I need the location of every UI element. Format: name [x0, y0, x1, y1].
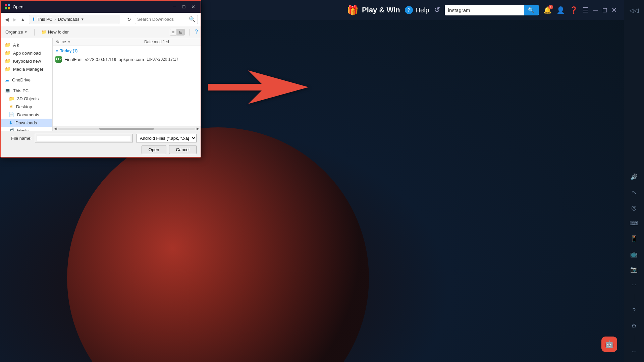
dialog-buttons: Open Cancel [5, 145, 197, 154]
hscroll-right-button[interactable]: ▶ [197, 127, 199, 130]
horizontal-scrollbar[interactable]: ◀ ▶ [53, 126, 201, 131]
sidebar-media-icon[interactable]: 📺 [624, 247, 644, 261]
col-name-label: Name [55, 40, 66, 44]
path-part-1: ⬇ [32, 17, 36, 22]
file-open-dialog: Open ─ □ ✕ ◀ ▶ ▲ ⬇ This PC › Downloads ▼… [0, 0, 201, 158]
left-item-thispc[interactable]: 💻 This PC [1, 86, 52, 95]
folder-icon-ak: 📁 [5, 42, 10, 48]
left-item-appdownload[interactable]: 📁 App download [1, 49, 52, 57]
organize-button[interactable]: Organize ▼ [3, 28, 30, 36]
group-today[interactable]: ▼ Today (1) [53, 47, 201, 55]
file-row-finalfant[interactable]: APK FinalFant_v278.0.0.51.119_apkpure.co… [53, 55, 201, 64]
search-button[interactable]: 🔍 [524, 5, 539, 15]
downloads-icon: ⬇ [9, 120, 13, 125]
folder-icon-mediamanager: 📁 [5, 66, 10, 72]
back-button[interactable]: ◀ [3, 16, 10, 23]
left-item-desktop[interactable]: 🖥 Desktop [1, 103, 52, 111]
hscroll-left-button[interactable]: ◀ [54, 127, 57, 130]
sidebar-expand-icon[interactable]: ◁◁ [624, 3, 644, 17]
filename-label: File name: [5, 136, 32, 141]
col-date-label: Date modified [144, 40, 169, 44]
help-circle-icon: ? [405, 6, 413, 14]
refresh-button[interactable]: ↺ [434, 6, 440, 14]
left-item-music[interactable]: 🎵 Music [1, 127, 52, 131]
toolbar-sep-2 [190, 29, 190, 36]
file-name: FinalFant_v278.0.0.51.119_apkpure.com [64, 57, 144, 62]
sidebar-phone-icon[interactable]: 📱 [624, 232, 644, 246]
left-item-mediamanager[interactable]: 📁 Media Manager [1, 65, 52, 73]
maximize-icon[interactable]: □ [603, 6, 607, 14]
play-win-button[interactable]: 🎁 Play & Win [347, 5, 400, 16]
help-icon[interactable]: ❓ [570, 6, 578, 14]
left-label-appdownload: App download [13, 51, 41, 56]
user-account-icon[interactable]: 👤 [556, 6, 565, 14]
filename-input[interactable] [37, 136, 130, 141]
search-bar: 🔍 [445, 5, 539, 15]
music-icon: 🎵 [9, 128, 14, 131]
left-label-music: Music [17, 128, 29, 131]
refresh-button[interactable]: ↻ [125, 16, 133, 23]
help-button[interactable]: ? Help [405, 6, 429, 14]
minimize-icon[interactable]: ─ [593, 6, 598, 14]
left-item-onedrive[interactable]: ☁ OneDrive [1, 76, 52, 84]
address-path[interactable]: ⬇ This PC › Downloads ▼ [29, 15, 119, 24]
view-detail-button[interactable]: ⊟ [177, 29, 185, 36]
search-downloads-input[interactable] [137, 17, 187, 22]
dialog-title-left: Open [5, 4, 23, 9]
forward-button[interactable]: ▶ [11, 16, 18, 23]
gift-icon: 🎁 [347, 5, 359, 16]
sidebar-volume-icon[interactable]: 🔊 [624, 170, 644, 184]
menu-icon[interactable]: ☰ [583, 6, 589, 14]
sidebar-more-icon[interactable]: ··· [624, 278, 644, 292]
hscroll-track[interactable] [58, 128, 195, 130]
sidebar-expand2-icon[interactable]: ⤡ [624, 185, 644, 199]
sidebar-camera-icon[interactable]: 📷 [624, 262, 644, 277]
search-input[interactable] [445, 5, 524, 15]
dialog-open-button[interactable]: Open [142, 145, 166, 154]
dialog-minimize-button[interactable]: ─ [171, 3, 178, 10]
dialog-close-button[interactable]: ✕ [190, 3, 197, 10]
left-label-keyboardnew: Keyboard new [13, 59, 41, 64]
left-label-mediamanager: Media Manager [13, 67, 43, 72]
left-item-documents[interactable]: 📄 Documents [1, 111, 52, 119]
column-date[interactable]: Date modified [144, 40, 198, 44]
search-input-wrap: 🔍 [135, 15, 198, 24]
dialog-main: 📁 A k 📁 App download 📁 Keyboard new 📁 Me… [1, 38, 201, 131]
left-label-documents: Documents [17, 112, 39, 117]
close-icon[interactable]: ✕ [611, 6, 617, 14]
organize-dropdown-icon: ▼ [24, 31, 28, 34]
sidebar-keyboard-icon[interactable]: ⌨ [624, 216, 644, 230]
view-toggle: ≡ ⊟ [170, 29, 185, 36]
sidebar-question-icon[interactable]: ? [624, 304, 644, 317]
robot-button[interactable]: 🤖 [601, 337, 617, 352]
path-dropdown-icon[interactable]: ▼ [81, 17, 84, 21]
help-label: Help [416, 6, 429, 14]
view-list-button[interactable]: ≡ [170, 29, 177, 36]
folder-icon-3dobjects: 📁 [9, 96, 14, 101]
notification-bell[interactable]: 🔔 1 [543, 6, 552, 14]
dialog-maximize-button[interactable]: □ [180, 3, 187, 10]
sidebar-back-icon[interactable]: ← [624, 345, 644, 359]
new-folder-icon: 📁 [41, 29, 47, 35]
address-bar: ◀ ▶ ▲ ⬇ This PC › Downloads ▼ ↻ 🔍 [1, 13, 201, 26]
left-item-keyboardnew[interactable]: 📁 Keyboard new [1, 57, 52, 65]
left-item-ak[interactable]: 📁 A k [1, 41, 52, 49]
left-item-downloads[interactable]: ⬇ Downloads [1, 119, 52, 127]
right-sidebar: ◁◁ 🔊 ⤡ ◎ ⌨ 📱 📺 📷 ··· ? ⚙ ← [624, 0, 644, 362]
dialog-left-panel: 📁 A k 📁 App download 📁 Keyboard new 📁 Me… [1, 38, 53, 131]
thispc-icon: 💻 [5, 88, 10, 93]
dialog-help-button[interactable]: ? [195, 28, 198, 36]
sidebar-eye-icon[interactable]: ◎ [624, 201, 644, 215]
left-item-3dobjects[interactable]: 📁 3D Objects [1, 95, 52, 103]
sidebar-settings-icon[interactable]: ⚙ [624, 319, 644, 333]
file-list-body: ▼ Today (1) APK FinalFant_v278.0.0.51.11… [53, 46, 201, 126]
new-folder-button[interactable]: 📁 New folder [39, 28, 71, 36]
column-name[interactable]: Name ▼ [55, 40, 144, 44]
red-arrow [208, 70, 309, 105]
dialog-cancel-button[interactable]: Cancel [169, 145, 197, 154]
dialog-title-text: Open [13, 4, 23, 9]
apk-icon: APK [55, 56, 62, 63]
up-button[interactable]: ▲ [19, 16, 27, 23]
left-label-ak: A k [13, 43, 19, 48]
filetype-select[interactable]: Android Files (*.apk, *.xapk) [136, 134, 197, 142]
